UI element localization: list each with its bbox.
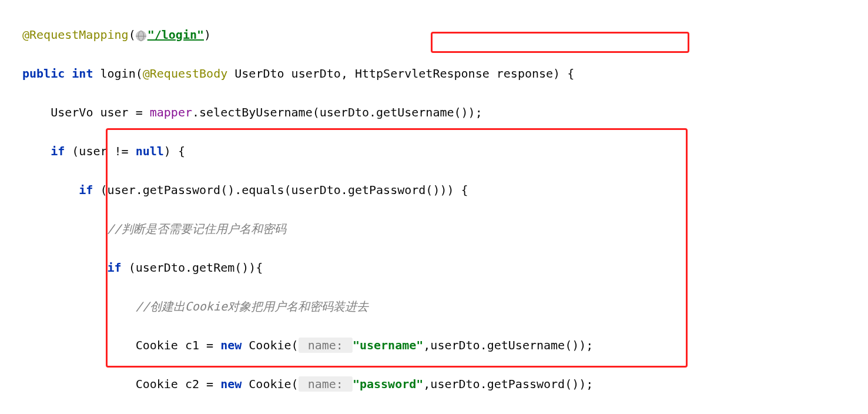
comment: //创建出Cookie对象把用户名和密码装进去 [136, 299, 368, 313]
code-text: Cookie c1 = [136, 338, 221, 352]
globe-icon [136, 31, 146, 41]
code-text: UserVo user = [51, 105, 150, 119]
string-literal: "username" [353, 338, 423, 352]
code-line: //创建出Cookie对象把用户名和密码装进去 [0, 297, 868, 316]
keyword: if [108, 261, 122, 275]
code-text: ) { [164, 144, 185, 158]
string-literal: "password" [353, 377, 423, 391]
params: UserDto userDto, HttpServletResponse res… [227, 66, 574, 81]
string-literal: "/login" [148, 28, 204, 42]
code-text: (user.getPassword().equals(userDto.getPa… [93, 183, 468, 197]
param-hint: name: [299, 338, 353, 353]
annotation: @RequestMapping [22, 28, 129, 42]
keyword: null [136, 144, 164, 158]
code-line: Cookie c2 = new Cookie( name: "password"… [0, 375, 868, 394]
keyword: new [220, 338, 242, 352]
code-line: public int login(@RequestBody UserDto us… [0, 64, 868, 84]
code-line: @RequestMapping("/login") [0, 25, 868, 45]
code-line: if (user.getPassword().equals(userDto.ge… [0, 181, 868, 200]
paren: ( [129, 28, 136, 42]
comment: //判断是否需要记住用户名和密码 [108, 222, 286, 236]
field-ref: mapper [150, 105, 192, 119]
keyword: new [220, 377, 242, 391]
keyword: public [22, 66, 65, 81]
annotation: @RequestBody [143, 66, 228, 81]
code-line: //判断是否需要记住用户名和密码 [0, 219, 868, 239]
keyword: if [51, 144, 65, 158]
code-line: if (user != null) { [0, 142, 868, 161]
keyword: if [79, 183, 93, 197]
code-text: (userDto.getRem()){ [122, 261, 263, 275]
code-line: UserVo user = mapper.selectByUsername(us… [0, 103, 868, 122]
keyword: int [72, 66, 93, 81]
code-text: .selectByUsername(userDto.getUsername())… [192, 105, 482, 119]
code-text: ,userDto.getPassword()); [423, 377, 593, 391]
code-block: @RequestMapping("/login") public int log… [0, 6, 868, 414]
code-text: Cookie( [242, 338, 298, 352]
paren: ) [204, 28, 211, 42]
code-text: Cookie( [242, 377, 298, 391]
code-line: if (userDto.getRem()){ [0, 258, 868, 278]
param-hint: name: [299, 376, 353, 392]
code-text: Cookie c2 = [136, 377, 221, 391]
code-text: (user != [65, 144, 135, 158]
method-name: login( [93, 66, 142, 81]
code-line: Cookie c1 = new Cookie( name: "username"… [0, 336, 868, 355]
code-text: ,userDto.getUsername()); [423, 338, 593, 352]
